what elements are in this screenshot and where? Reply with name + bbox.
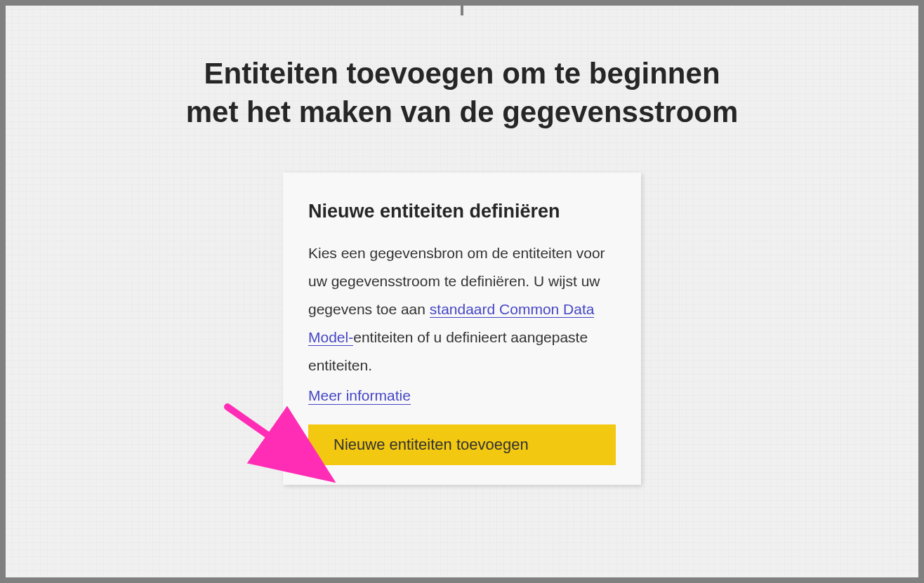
add-new-entities-button[interactable]: Nieuwe entiteiten toevoegen xyxy=(308,424,616,465)
more-info-link[interactable]: Meer informatie xyxy=(308,387,411,405)
main-content-area: Entiteiten toevoegen om te beginnen met … xyxy=(6,6,918,577)
card-description: Kies een gegevensbron om de entiteiten v… xyxy=(308,239,616,379)
page-title-line2: met het maken van de gegevensstroom xyxy=(186,95,739,128)
top-notch-indicator xyxy=(461,6,463,15)
page-title: Entiteiten toevoegen om te beginnen met … xyxy=(6,55,918,131)
page-title-line1: Entiteiten toevoegen om te beginnen xyxy=(204,57,720,90)
define-entities-card: Nieuwe entiteiten definiëren Kies een ge… xyxy=(283,173,641,485)
card-title: Nieuwe entiteiten definiëren xyxy=(308,201,616,222)
